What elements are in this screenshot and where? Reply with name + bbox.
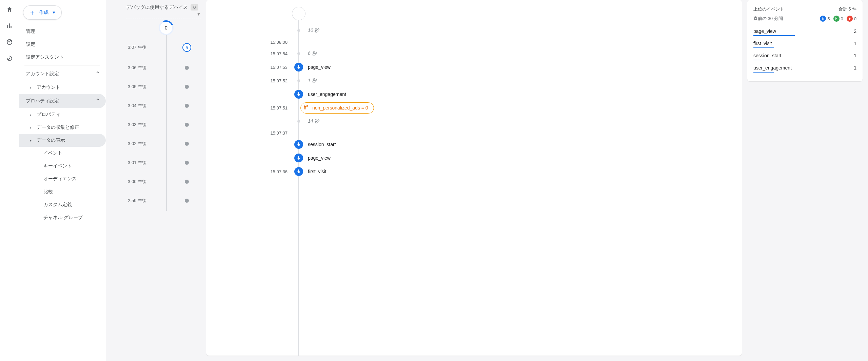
minute-dot [185, 66, 189, 70]
stream-head-circle [292, 7, 305, 20]
caret-right-icon: ▸ [30, 113, 33, 117]
event-name: page_view [308, 155, 331, 161]
touch-icon [820, 16, 826, 22]
minute-row[interactable]: 3:01 午後 [146, 153, 201, 172]
top-event-count: 1 [854, 53, 856, 58]
minute-row[interactable]: 3:03 午後 [146, 115, 201, 134]
minute-dot-active: 5 [182, 43, 191, 52]
minute-row[interactable]: 3:07 午後5 [146, 37, 201, 58]
stream-row: 15:07:546 秒 [294, 47, 735, 60]
top-event-item[interactable]: first_visit1 [753, 39, 856, 47]
top-events-total: 合計 5 件 [839, 6, 856, 12]
stream-time-label: 15:07:53 [264, 65, 288, 70]
gap-dot [297, 52, 300, 55]
minute-row[interactable]: 3:04 午後 [146, 96, 201, 115]
property-settings-header[interactable]: プロパティ設定 ⌃ [19, 94, 106, 108]
event-name: first_visit [308, 169, 326, 174]
touch-event-icon [294, 140, 303, 149]
minute-row[interactable]: 3:02 午後 [146, 134, 201, 153]
minute-row[interactable]: 3:05 午後 [146, 77, 201, 96]
advertising-icon[interactable] [5, 54, 14, 62]
top-event-bar [753, 72, 774, 73]
property-pill[interactable]: non_personalized_ads = 0 [300, 102, 374, 114]
stream-row: 15:08:00 [294, 37, 735, 47]
minute-dot [185, 161, 189, 165]
minute-row[interactable]: 3:00 午後 [146, 172, 201, 191]
event-name: session_start [308, 142, 336, 147]
stream-row[interactable]: 15:07:36first_visit [294, 165, 735, 178]
top-event-count: 2 [854, 28, 856, 34]
gap-label: 10 秒 [308, 27, 319, 34]
top-event-name: user_engagement [753, 65, 792, 71]
nav-channel-groups[interactable]: チャネル グループ [19, 211, 106, 224]
gap-dot [297, 29, 300, 32]
stream-row[interactable]: 15:07:53page_view [294, 60, 735, 74]
stream-row[interactable]: 15:07:51non_personalized_ads = 0 [294, 101, 735, 115]
gap-label: 1 秒 [308, 78, 317, 84]
caret-right-icon: ▸ [30, 126, 33, 129]
stream-row[interactable]: page_view [294, 151, 735, 165]
legend-conversions: 0 [833, 16, 843, 22]
nav-admin[interactable]: 管理 [19, 25, 106, 38]
main-content: デバッグに使用するデバイス 0 ▼ 0 3:07 午後53:06 午後3:05 … [106, 0, 868, 361]
minute-time-label: 3:07 午後 [126, 44, 146, 51]
flag-icon [833, 16, 840, 22]
nav-settings[interactable]: 設定 [19, 38, 106, 51]
nav-data-collection[interactable]: ▸データの収集と修正 [19, 121, 106, 134]
nav-events[interactable]: イベント [19, 147, 106, 160]
event-name: page_view [308, 64, 331, 70]
nav-custom-definitions[interactable]: カスタム定義 [19, 198, 106, 211]
gap-dot [297, 120, 300, 123]
nav-audiences[interactable]: オーディエンス [19, 173, 106, 185]
top-event-item[interactable]: page_view2 [753, 26, 856, 35]
minute-dot [185, 123, 189, 127]
top-event-name: first_visit [753, 41, 772, 46]
current-minute-badge: 0 [159, 20, 174, 35]
chevron-up-icon: ⌃ [95, 70, 100, 78]
gap-dot [297, 79, 300, 82]
gap-label: 6 秒 [308, 51, 317, 57]
minute-row[interactable]: 2:59 午後 [146, 191, 201, 210]
mini-rail [0, 0, 19, 361]
nav-setup-assistant[interactable]: 設定アシスタント [19, 51, 106, 64]
stream-time-label: 15:07:36 [264, 169, 288, 174]
minute-row[interactable]: 3:06 午後 [146, 58, 201, 77]
stream-time-label: 15:07:52 [264, 78, 288, 83]
shapes-icon [303, 105, 309, 111]
top-event-item[interactable]: session_start1 [753, 51, 856, 60]
top-event-item[interactable]: user_engagement1 [753, 63, 856, 72]
reports-icon[interactable] [5, 22, 14, 30]
divider [24, 65, 100, 65]
explore-icon[interactable] [5, 38, 14, 46]
home-icon[interactable] [5, 5, 14, 14]
nav-data-display[interactable]: ▾データの表示 [19, 134, 106, 147]
event-name: user_engagement [308, 92, 346, 97]
chevron-down-icon: ▼ [52, 10, 56, 15]
svg-point-1 [9, 58, 10, 59]
nav-account[interactable]: ▸アカウント [19, 81, 106, 94]
top-events-card: 上位のイベント 合計 5 件 直前の 30 分間 5 0 0 [747, 0, 863, 81]
stream-row[interactable]: session_start [294, 138, 735, 151]
touch-event-icon [294, 90, 303, 99]
caret-down-icon: ▾ [30, 139, 33, 142]
create-button[interactable]: ＋ 作成 ▼ [23, 5, 62, 20]
stream-row: 15:07:521 秒 [294, 74, 735, 87]
nav-comparisons[interactable]: 比較 [19, 185, 106, 198]
device-dropdown-caret-icon[interactable]: ▼ [197, 12, 201, 17]
top-event-bar [753, 60, 774, 60]
touch-event-icon [294, 63, 303, 72]
svg-rect-3 [304, 107, 306, 109]
top-event-name: page_view [753, 28, 776, 34]
minute-timeline: 0 3:07 午後53:06 午後3:05 午後3:04 午後3:03 午後3:… [126, 21, 201, 211]
top-event-count: 1 [854, 41, 856, 46]
minute-time-label: 3:05 午後 [126, 84, 146, 90]
minute-time-label: 3:04 午後 [126, 103, 146, 109]
nav-key-events[interactable]: キーイベント [19, 160, 106, 173]
stream-row: 10 秒 [294, 24, 735, 37]
minute-dot [185, 142, 189, 146]
account-settings-header[interactable]: アカウント設定 ⌃ [19, 67, 106, 81]
chevron-up-icon: ⌃ [95, 97, 100, 105]
nav-property[interactable]: ▸プロパティ [19, 108, 106, 121]
top-events-title: 上位のイベント [753, 6, 784, 12]
stream-row[interactable]: user_engagement [294, 87, 735, 101]
